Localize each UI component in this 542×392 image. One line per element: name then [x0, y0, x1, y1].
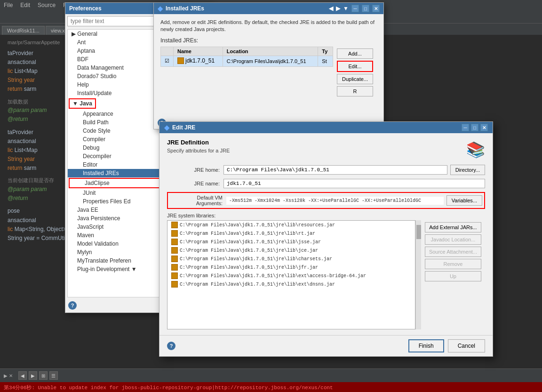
- jar-icon: [171, 247, 178, 254]
- jre-name: jdk1.7.0_51: [174, 56, 223, 66]
- list-item[interactable]: C:\Program Files\Java\jdk1.7.0_51\jre\li…: [167, 221, 415, 229]
- jres-remove-btn[interactable]: R: [337, 86, 373, 96]
- jres-titlebar: ◆ Installed JREs ◀ ▶ ▼ ─ □ ✕: [154, 3, 383, 14]
- tab-wordrisk[interactable]: WordRisk11...: [2, 26, 45, 35]
- jar-icon: [171, 230, 178, 237]
- jres-buttons: Add... Edit... Duplicate... R: [333, 47, 377, 98]
- list-item[interactable]: C:\Program Files\Java\jdk1.7.0_51\jre\li…: [167, 246, 415, 255]
- status-error-bar: 第34分06秒: Unable to update index for jbos…: [0, 382, 542, 392]
- jar-icon: [171, 264, 178, 271]
- syslibs-scrollthumb: [416, 225, 421, 239]
- editjre-footer: ? Finish Cancel: [159, 335, 493, 356]
- jres-duplicate-btn[interactable]: Duplicate...: [337, 74, 373, 84]
- status-btn-1[interactable]: ◀: [18, 371, 27, 380]
- editjre-help-icon[interactable]: ?: [167, 342, 175, 350]
- up-btn[interactable]: Up: [425, 271, 481, 281]
- jres-close-btn[interactable]: ✕: [372, 5, 380, 12]
- jar-icon: [171, 272, 178, 279]
- list-item[interactable]: C:\Program Files\Java\jdk1.7.0_51\jre\li…: [167, 238, 415, 246]
- editjre-close-btn[interactable]: ✕: [480, 124, 488, 131]
- editjre-maximize-btn[interactable]: □: [471, 124, 478, 131]
- status-btn-2[interactable]: ▶: [29, 371, 37, 380]
- jre-home-input[interactable]: [223, 165, 447, 175]
- vm-args-input[interactable]: [226, 197, 444, 205]
- jres-content: Add, remove or edit JRE definitions. By …: [154, 14, 383, 117]
- list-item[interactable]: C:\Program Files\Java\jdk1.7.0_51\jre\li…: [167, 280, 415, 288]
- list-item[interactable]: C:\Program Files\Java\jdk1.7.0_51\jre\li…: [167, 255, 415, 263]
- jres-nav-back[interactable]: ◀: [329, 5, 333, 12]
- jre-location: C:\Program Files\Java\jdk1.7.0_51: [223, 56, 318, 66]
- jres-col-name: Name: [174, 47, 223, 56]
- jre-checkbox[interactable]: ☑: [161, 56, 174, 66]
- menu-file[interactable]: File: [4, 2, 13, 8]
- jres-nav-history[interactable]: ▼: [343, 5, 349, 12]
- vm-args-label: Default VM Arguments:: [170, 195, 226, 206]
- editjre-content: JRE Definition Specify attributes for a …: [159, 133, 493, 335]
- jre-name-label: JRE name:: [167, 181, 223, 186]
- prefs-help-icon[interactable]: ?: [68, 301, 77, 310]
- edit-jre-dialog: ◆ Edit JRE ─ □ ✕ JRE Definition Specify …: [159, 121, 493, 357]
- status-btn-4[interactable]: ☰: [49, 371, 58, 380]
- jres-nav-forward[interactable]: ▶: [336, 5, 340, 12]
- syslibs-label: JRE system libraries:: [167, 213, 485, 218]
- status-btn-3[interactable]: ⊞: [39, 371, 48, 380]
- jres-edit-btn[interactable]: Edit...: [337, 61, 373, 72]
- editjre-heading: JRE Definition: [167, 139, 230, 146]
- add-external-jars-btn[interactable]: Add External JARs...: [425, 222, 481, 232]
- syslibs-list: C:\Program Files\Java\jdk1.7.0_51\jre\li…: [167, 220, 415, 329]
- jre-type: St: [318, 56, 333, 66]
- menu-edit[interactable]: Edit: [20, 2, 30, 8]
- jre-name-input[interactable]: [223, 179, 485, 188]
- jres-description: Add, remove or edit JRE definitions. By …: [160, 19, 377, 33]
- javadoc-location-btn[interactable]: Javadoc Location...: [425, 234, 481, 245]
- editjre-titlebar-buttons: ─ □ ✕: [462, 124, 488, 131]
- table-row[interactable]: ☑ jdk1.7.0_51 C:\Program Files\Java\jdk1…: [161, 56, 333, 66]
- menu-source[interactable]: Source: [38, 2, 56, 8]
- jres-table-wrap: Name Location Ty ☑ jdk1.7.0_51: [160, 47, 333, 67]
- editjre-minimize-btn[interactable]: ─: [462, 124, 469, 131]
- jres-minimize-btn[interactable]: ─: [351, 5, 359, 12]
- status-icons: ▶ ✕ ◀ ▶ ⊞ ☰: [0, 369, 542, 382]
- prefs-item-java[interactable]: ▼ Java: [69, 98, 96, 109]
- jar-icon: [171, 222, 178, 228]
- jre-home-directory-btn[interactable]: Directory...: [450, 165, 485, 175]
- installed-jres-dialog: ◆ Installed JREs ◀ ▶ ▼ ─ □ ✕ Add, remove…: [153, 2, 384, 129]
- syslibs-scrollbar[interactable]: [415, 220, 421, 329]
- jre-home-label: JRE home:: [167, 167, 223, 173]
- jres-title: Installed JREs: [166, 5, 204, 12]
- prefs-title: Preferences: [69, 5, 102, 12]
- jar-icon: [171, 239, 178, 245]
- editjre-subheading: Specify attributes for a JRE: [167, 148, 230, 153]
- vm-args-variables-btn[interactable]: Variables...: [446, 195, 482, 206]
- editjre-titlebar: ◆ Edit JRE ─ □ ✕: [159, 122, 493, 133]
- list-item[interactable]: C:\Program Files\Java\jdk1.7.0_51\jre\li…: [167, 263, 415, 272]
- jres-maximize-btn[interactable]: □: [362, 5, 369, 12]
- jres-table: Name Location Ty ☑ jdk1.7.0_51: [160, 47, 333, 67]
- vm-args-row: Default VM Arguments: Variables...: [167, 192, 485, 209]
- editjre-title: Edit JRE: [172, 124, 195, 131]
- jre-name-row: JRE name:: [167, 179, 485, 188]
- ide-status-bar: ▶ ✕ ◀ ▶ ⊞ ☰ 第34分06秒: Unable to update in…: [0, 368, 542, 392]
- syslibs-area: C:\Program Files\Java\jdk1.7.0_51\jre\li…: [167, 220, 485, 329]
- jar-icon: [171, 256, 178, 262]
- finish-btn[interactable]: Finish: [408, 339, 444, 352]
- editjre-icon: 📚: [466, 141, 485, 159]
- jre-home-row: JRE home: Directory...: [167, 165, 485, 175]
- jres-installed-label: Installed JREs:: [160, 37, 377, 44]
- jres-add-btn[interactable]: Add...: [337, 48, 373, 59]
- jar-icon: [171, 281, 178, 288]
- jres-col-location: Location: [223, 47, 318, 56]
- source-attachment-btn[interactable]: Source Attachment...: [425, 247, 481, 257]
- cancel-btn[interactable]: Cancel: [448, 339, 485, 352]
- jres-col-checkbox: [161, 47, 174, 56]
- syslibs-side-buttons: Add External JARs... Javadoc Location...…: [421, 220, 485, 329]
- jres-table-area: Name Location Ty ☑ jdk1.7.0_51: [160, 47, 377, 98]
- remove-btn[interactable]: Remove: [425, 259, 481, 269]
- list-item[interactable]: C:\Program Files\Java\jdk1.7.0_51\jre\li…: [167, 229, 415, 238]
- jres-col-type: Ty: [318, 47, 333, 56]
- list-item[interactable]: C:\Program Files\Java\jdk1.7.0_51\jre\li…: [167, 272, 415, 280]
